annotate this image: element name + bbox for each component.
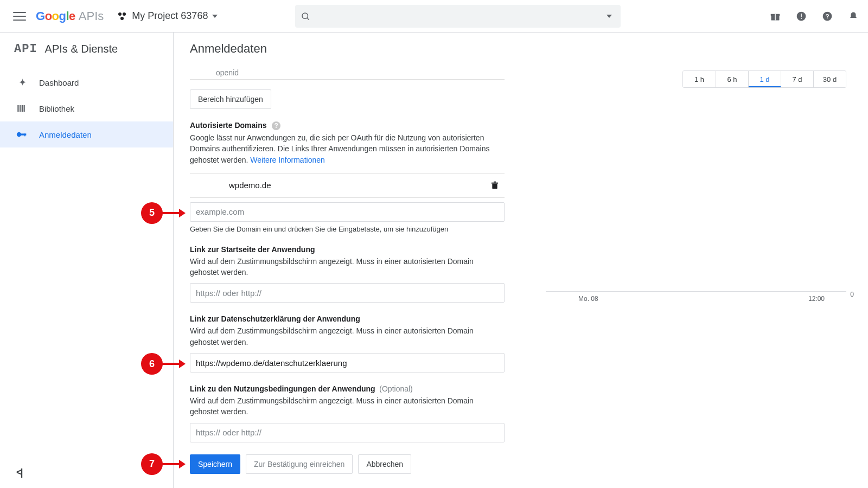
sidebar-item-label: Dashboard xyxy=(39,78,79,87)
svg-point-0 xyxy=(302,13,308,19)
x-axis-line xyxy=(546,291,846,292)
help-icon[interactable]: ? xyxy=(821,10,833,22)
chevron-down-icon xyxy=(212,15,218,18)
svg-rect-19 xyxy=(494,182,496,183)
tos-desc: Wird auf dem Zustimmungsbildschirm angez… xyxy=(190,395,505,418)
svg-rect-4 xyxy=(775,14,776,20)
right-panel: 1 h 6 h 1 d 7 d 30 d 0 Mo. 08 12:00 xyxy=(521,65,868,488)
notifications-icon[interactable] xyxy=(847,10,859,22)
annotation-badge-7: 7 xyxy=(141,453,163,475)
domain-input-hint: Geben Sie die Domain ein und drücken Sie… xyxy=(190,225,505,233)
range-30d[interactable]: 30 d xyxy=(813,71,846,87)
brand-logo[interactable]: Google APIs xyxy=(36,9,104,23)
svg-line-1 xyxy=(308,18,309,20)
domain-input[interactable] xyxy=(190,202,505,222)
more-info-link[interactable]: Weitere Informationen xyxy=(250,156,324,164)
sub-header: API APIs & Dienste Anmeldedaten xyxy=(0,33,868,65)
sidebar-item-label: Bibliothek xyxy=(39,104,74,113)
svg-rect-11 xyxy=(20,105,21,112)
range-1d[interactable]: 1 d xyxy=(748,71,781,87)
sidebar-item-anmeldedaten[interactable]: Anmeldedaten xyxy=(0,121,173,147)
auth-domains-label: Autorisierte Domains xyxy=(190,121,267,130)
svg-rect-15 xyxy=(21,133,26,135)
divider xyxy=(190,79,505,80)
privacy-label: Link zur Datenschutzerklärung der Anwend… xyxy=(190,314,360,323)
help-icon[interactable]: ? xyxy=(272,121,280,130)
search-icon xyxy=(301,11,310,21)
svg-point-14 xyxy=(17,132,21,137)
svg-rect-16 xyxy=(24,133,25,136)
add-scope-button[interactable]: Bereich hinzufügen xyxy=(190,89,271,109)
save-button[interactable]: Speichern xyxy=(190,454,240,474)
menu-icon[interactable] xyxy=(13,10,26,23)
sidebar-item-label: Anmeldedaten xyxy=(39,130,92,139)
top-bar: Google APIs My Project 63768 ? xyxy=(0,0,868,33)
privacy-input[interactable] xyxy=(190,353,505,373)
domain-value: wpdemo.de xyxy=(229,181,271,190)
sidebar-item-bibliothek[interactable]: Bibliothek xyxy=(0,95,173,121)
x-tick-labels: Mo. 08 12:00 xyxy=(546,295,846,303)
domain-row: wpdemo.de xyxy=(190,173,505,198)
cancel-button[interactable]: Abbrechen xyxy=(358,454,411,474)
submit-verification-button[interactable]: Zur Bestätigung einreichen xyxy=(246,454,353,474)
homepage-input[interactable] xyxy=(190,283,505,303)
range-7d[interactable]: 7 d xyxy=(781,71,813,87)
tos-input[interactable] xyxy=(190,423,505,442)
page-title: Anmeldedaten xyxy=(190,42,267,56)
svg-rect-10 xyxy=(17,105,18,112)
time-range: 1 h 6 h 1 d 7 d 30 d xyxy=(682,70,846,88)
auth-domains-desc: Google lässt nur Anwendungen zu, die sic… xyxy=(190,132,505,165)
search-box[interactable] xyxy=(295,5,621,28)
svg-rect-18 xyxy=(492,183,498,184)
key-icon xyxy=(16,131,28,138)
x-tick: 12:00 xyxy=(808,295,825,303)
y-tick-0: 0 xyxy=(850,291,854,298)
project-name: My Project 63768 xyxy=(132,10,208,22)
library-icon xyxy=(16,104,28,113)
search-input[interactable] xyxy=(315,11,602,21)
tos-label: Link zu den Nutzungsbedingungen der Anwe… xyxy=(190,384,375,393)
dashboard-icon: ✦ xyxy=(16,76,28,88)
svg-rect-6 xyxy=(801,14,802,17)
annotation-badge-6: 6 xyxy=(141,353,163,375)
privacy-desc: Wird auf dem Zustimmungsbildschirm angez… xyxy=(190,325,505,348)
alert-icon[interactable] xyxy=(795,10,807,22)
svg-rect-13 xyxy=(24,105,25,112)
svg-rect-17 xyxy=(492,184,497,189)
openid-text: openid xyxy=(216,68,505,77)
svg-rect-7 xyxy=(801,18,802,19)
sidebar-item-dashboard[interactable]: ✦ Dashboard xyxy=(0,69,173,95)
search-chevron-down-icon xyxy=(607,15,612,18)
gift-icon[interactable] xyxy=(769,10,781,22)
homepage-label: Link zur Startseite der Anwendung xyxy=(190,245,315,254)
form-panel: openid Bereich hinzufügen Autorisierte D… xyxy=(174,65,521,488)
brand-product: APIs xyxy=(79,9,104,23)
sidebar: ✦ Dashboard Bibliothek Anmeldedaten xyxy=(0,65,174,488)
top-right-icons: ? xyxy=(769,10,859,22)
tos-optional: (Optional) xyxy=(379,384,412,393)
range-6h[interactable]: 6 h xyxy=(716,71,748,87)
collapse-sidebar-icon[interactable]: <| xyxy=(16,467,22,478)
chart-area: 0 Mo. 08 12:00 xyxy=(526,101,846,307)
project-picker[interactable]: My Project 63768 xyxy=(117,10,218,22)
range-1h[interactable]: 1 h xyxy=(683,71,716,87)
annotation-badge-5: 5 xyxy=(141,202,163,224)
svg-text:?: ? xyxy=(825,12,829,20)
delete-icon[interactable] xyxy=(490,181,499,190)
x-tick: Mo. 08 xyxy=(578,295,598,303)
project-icon xyxy=(117,11,127,22)
api-logo: API xyxy=(14,42,37,56)
homepage-desc: Wird auf dem Zustimmungsbildschirm angez… xyxy=(190,256,505,278)
section-title: APIs & Dienste xyxy=(45,43,118,55)
svg-rect-12 xyxy=(22,105,23,112)
